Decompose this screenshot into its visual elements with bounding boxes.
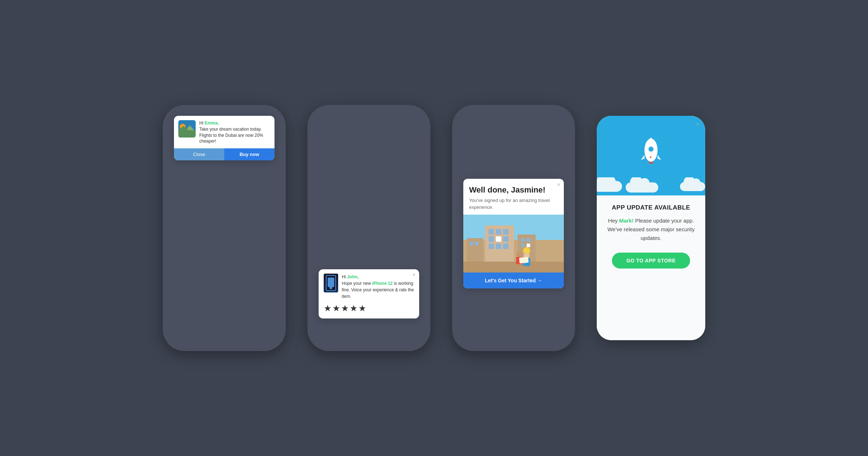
- svg-rect-14: [489, 244, 494, 249]
- app-store-button[interactable]: GO TO APP STORE: [612, 253, 690, 269]
- svg-rect-24: [475, 242, 478, 245]
- close-icon[interactable]: ×: [696, 121, 699, 127]
- close-button[interactable]: Close: [174, 148, 224, 160]
- cloud-decoration: [597, 177, 705, 195]
- message-pre: Hope your new: [342, 281, 372, 286]
- review-card: × Hi John, Hope your new iPhone 12 is wo…: [319, 269, 419, 318]
- phone-1: Hi Emma, Take your dream vacation today.…: [163, 105, 286, 351]
- greeting: Hi: [199, 121, 205, 126]
- message-text: Take your dream vacation today. Flights …: [199, 127, 263, 144]
- svg-rect-20: [521, 244, 525, 247]
- star-rating[interactable]: ★★★★★: [324, 303, 414, 313]
- svg-text:♥: ♥: [650, 155, 652, 159]
- svg-rect-11: [489, 236, 494, 242]
- svg-rect-18: [521, 238, 525, 242]
- svg-rect-22: [467, 238, 483, 262]
- product-thumbnail: [324, 274, 338, 292]
- card1-message: Hi Emma, Take your dream vacation today.…: [199, 120, 270, 144]
- card1-thumbnail: [178, 120, 196, 138]
- close-icon[interactable]: ×: [413, 272, 416, 277]
- cta-button[interactable]: Let's Get You Started →: [463, 273, 564, 288]
- travel-header: Well done, Jasmine! You've signed up for…: [463, 179, 564, 215]
- cloud-1: [597, 181, 622, 192]
- travel-image: [463, 215, 564, 273]
- card1-actions: Close Buy now: [174, 148, 275, 160]
- travel-popup-card: × Well done, Jasmine! You've signed up f…: [463, 179, 564, 288]
- card1-body: Hi Emma, Take your dream vacation today.…: [174, 116, 275, 148]
- user-name: Emma,: [205, 121, 219, 126]
- cloud-2: [626, 182, 658, 193]
- close-icon[interactable]: ×: [557, 182, 560, 187]
- svg-rect-21: [527, 244, 530, 247]
- update-message: Hey Mark! Please update your app. We've …: [604, 216, 698, 242]
- popup-title: Well done, Jasmine!: [469, 185, 558, 195]
- notification-card-1: Hi Emma, Take your dream vacation today.…: [174, 116, 275, 160]
- greeting: Hi: [342, 274, 347, 279]
- phone-screen: [328, 278, 334, 287]
- buy-now-button[interactable]: Buy now: [224, 148, 275, 160]
- svg-rect-9: [496, 229, 501, 235]
- cloud-3: [680, 182, 705, 191]
- review-text: Hi John, Hope your new iPhone 12 is work…: [342, 274, 414, 300]
- svg-rect-25: [463, 262, 564, 273]
- svg-rect-8: [489, 229, 494, 235]
- phone-2: × Hi John, Hope your new iPhone 12 is wo…: [307, 105, 430, 351]
- svg-rect-13: [503, 236, 509, 242]
- app-update-body: APP UPDATE AVAILABLE Hey Mark! Please up…: [597, 195, 705, 340]
- review-header: Hi John, Hope your new iPhone 12 is work…: [324, 274, 414, 300]
- phone-icon: [326, 275, 336, 291]
- user-name: Mark!: [619, 218, 634, 224]
- update-title: APP UPDATE AVAILABLE: [612, 204, 690, 211]
- svg-point-33: [648, 146, 654, 152]
- svg-rect-19: [527, 238, 530, 242]
- rocket-illustration: ♥: [637, 134, 665, 170]
- svg-rect-10: [503, 229, 509, 235]
- phone-3: × Well done, Jasmine! You've signed up f…: [452, 105, 575, 351]
- svg-rect-1: [178, 130, 196, 138]
- svg-rect-31: [519, 257, 528, 263]
- greeting-text: Hey: [608, 218, 619, 224]
- svg-rect-16: [503, 244, 509, 249]
- popup-subtitle: You've signed up for an amazing travel e…: [469, 197, 558, 211]
- svg-point-29: [516, 252, 522, 257]
- phone-4: × ♥ APP UPD: [597, 116, 705, 340]
- svg-rect-15: [496, 244, 501, 249]
- svg-rect-12: [496, 236, 501, 242]
- svg-rect-23: [470, 242, 473, 245]
- user-name: John,: [347, 274, 359, 279]
- product-name: iPhone 12: [372, 281, 393, 286]
- app-update-header: ♥: [597, 116, 705, 195]
